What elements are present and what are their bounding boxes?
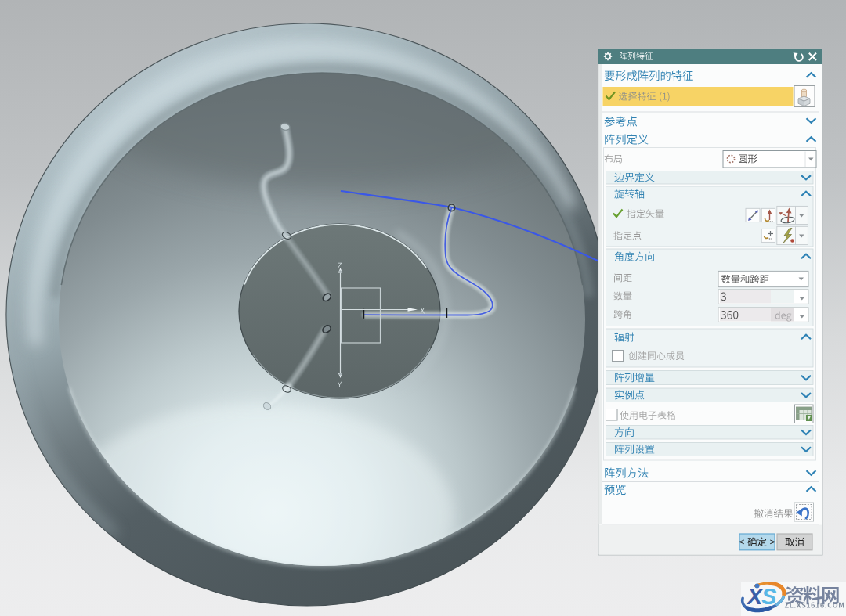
svg-text:S: S [761, 584, 777, 609]
